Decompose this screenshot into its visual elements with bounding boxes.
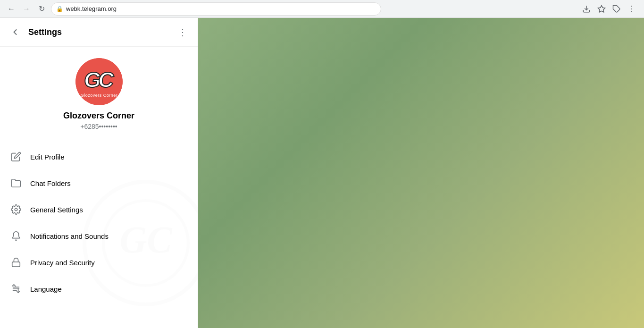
download-icon[interactable] xyxy=(580,2,593,16)
bell-icon xyxy=(9,229,23,243)
edit-profile-label: Edit Profile xyxy=(30,153,65,161)
avatar-svg: G C Glozovers Corner xyxy=(75,58,123,105)
sidebar-item-language[interactable]: Language xyxy=(0,276,198,302)
avatar-circle: G C Glozovers Corner xyxy=(75,58,123,105)
avatar[interactable]: G C Glozovers Corner xyxy=(75,58,123,105)
forward-nav-button[interactable]: → xyxy=(21,3,32,15)
profile-phone: +6285•••••••• xyxy=(80,123,117,130)
sidebar-item-general-settings[interactable]: General Settings xyxy=(0,196,198,223)
sidebar: Settings ⋮ G C Glozovers Corner xyxy=(0,18,198,328)
more-options-button[interactable]: ⋮ xyxy=(175,25,190,40)
extensions-icon[interactable] xyxy=(610,2,623,16)
svg-text:Glozovers Corner: Glozovers Corner xyxy=(80,93,117,98)
gear-icon xyxy=(9,203,23,216)
browser-chrome: ← → ↻ 🔒 webk.telegram.org ⋮ xyxy=(0,0,644,18)
url-text: webk.telegram.org xyxy=(66,5,117,12)
language-icon xyxy=(9,282,23,295)
pencil-icon xyxy=(9,150,23,163)
bookmark-icon[interactable] xyxy=(595,2,608,16)
reload-button[interactable]: ↻ xyxy=(36,3,47,15)
notifications-sounds-label: Notifications and Sounds xyxy=(30,232,109,240)
back-button[interactable] xyxy=(8,25,23,40)
profile-section: G C Glozovers Corner Glozovers Corner +6… xyxy=(0,47,198,140)
lock-icon xyxy=(9,256,23,269)
sidebar-item-chat-folders[interactable]: Chat Folders xyxy=(0,170,198,196)
browser-actions: ⋮ xyxy=(580,2,638,16)
svg-point-7 xyxy=(15,208,17,211)
main-layout: Settings ⋮ G C Glozovers Corner xyxy=(0,18,644,328)
settings-title: Settings xyxy=(28,27,62,37)
chat-folders-label: Chat Folders xyxy=(30,179,71,187)
svg-text:C: C xyxy=(98,67,114,92)
address-bar[interactable]: 🔒 webk.telegram.org xyxy=(51,2,381,16)
profile-name: Glozovers Corner xyxy=(63,111,134,121)
header-left: Settings xyxy=(8,25,62,40)
sidebar-item-privacy-security[interactable]: Privacy and Security xyxy=(0,249,198,276)
general-settings-label: General Settings xyxy=(30,206,83,214)
sidebar-item-edit-profile[interactable]: Edit Profile xyxy=(0,143,198,170)
privacy-security-label: Privacy and Security xyxy=(30,259,95,267)
language-label: Language xyxy=(30,285,62,293)
svg-marker-1 xyxy=(598,5,605,12)
sidebar-header: Settings ⋮ xyxy=(0,18,198,47)
folder-icon xyxy=(9,177,23,190)
menu-icon[interactable]: ⋮ xyxy=(625,2,638,16)
sidebar-item-notifications-sounds[interactable]: Notifications and Sounds xyxy=(0,223,198,249)
lock-icon: 🔒 xyxy=(56,6,63,12)
right-panel xyxy=(198,18,644,328)
nav-list: Edit Profile Chat Folders xyxy=(0,140,198,328)
svg-rect-8 xyxy=(12,262,20,267)
back-nav-button[interactable]: ← xyxy=(6,3,17,15)
